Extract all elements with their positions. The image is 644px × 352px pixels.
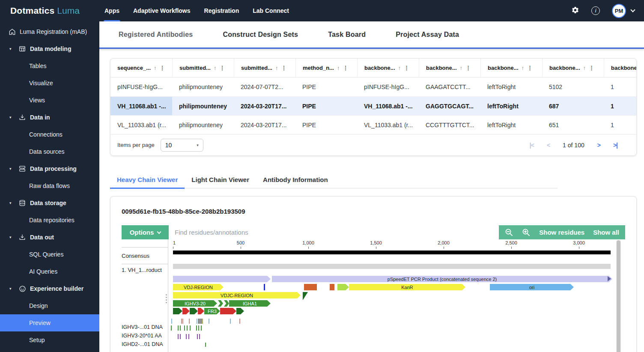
options-button[interactable]: Options [122,225,169,239]
annotation-vdj-region[interactable]: VDJ-REGION [173,284,224,290]
annotation-flag[interactable] [303,292,308,300]
sidebar-item-data-in[interactable]: ▾Data in [0,109,99,126]
annotation-arrow[interactable] [173,308,182,314]
column-menu-icon[interactable]: ⋮ [589,65,594,71]
column-menu-icon[interactable]: ⋮ [527,65,533,71]
sidebar-item-visualize[interactable]: Visualize [0,75,99,92]
column-menu-icon[interactable]: ⋮ [281,65,286,71]
expand-caret-icon[interactable]: ▾ [9,115,14,119]
top-nav-adaptive-workflows[interactable]: Adaptive Workflows [128,0,196,21]
find-residues-input[interactable] [169,225,499,239]
ruler-tick [241,247,241,249]
expand-caret-icon[interactable]: ▾ [9,47,14,51]
top-nav-lab-connect[interactable]: Lab Connect [247,0,294,21]
column-menu-icon[interactable]: ⋮ [465,65,471,71]
sort-arrow-icon[interactable]: ↑ [583,65,586,71]
table-row[interactable]: pINFUSE-hIgG...philipmounteney2024-07-07… [110,78,636,96]
annotation-rect[interactable] [304,284,317,290]
sidebar-item-data-modeling[interactable]: ▾Data modeling [0,40,99,57]
viewer-scrollbar[interactable] [616,240,621,352]
tab-registered-antibodies[interactable]: Registered Antibodies [119,31,193,39]
table-footer: Items per page 10 ▾ |< < 1 of 100 > >| [110,134,636,155]
sidebar-item-ai-queries[interactable]: AI Queries [0,263,99,280]
items-per-page-select[interactable]: 10 ▾ [161,139,203,152]
annotation-arrow[interactable] [198,308,204,314]
annotation-arrow[interactable] [182,308,190,314]
column-menu-icon[interactable]: ⋮ [404,65,409,71]
sort-arrow-icon[interactable]: ↑ [460,65,463,71]
annotation-ighv3-20[interactable]: IGHV3-20 [173,300,217,307]
tab-project-assay-data[interactable]: Project Assay Data [396,31,459,39]
annotation-arrow[interactable] [220,308,236,314]
table-cell: 2024-07-07T2... [234,78,295,96]
prev-page-button[interactable]: < [547,142,550,149]
annotation-pspeedet-pcr-product-concatenated-sequence-2-[interactable]: pSpeedET PCR Product (concatenated seque… [272,276,612,282]
avatar[interactable]: PM [612,4,626,18]
tab-construct-design-sets[interactable]: Construct Design Sets [223,31,298,39]
annotation-chev[interactable] [218,300,223,307]
last-page-button[interactable]: >| [613,142,617,149]
sidebar-item-data-processing[interactable]: ▾Data processing [0,160,99,177]
annotation-vdjc-region[interactable]: VDJC-REGION [173,292,301,298]
column-menu-icon[interactable]: ⋮ [219,65,225,71]
tab-light-chain-viewer[interactable]: Light Chain Viewer [185,172,256,189]
annotation-fr3[interactable]: FR3 [204,308,220,314]
annotation-arrow[interactable] [173,276,271,282]
column-menu-icon[interactable]: ⋮ [160,65,165,71]
sidebar-item-design[interactable]: Design [0,297,99,314]
sort-arrow-icon[interactable]: ↑ [214,65,217,71]
sidebar-item-experience-builder[interactable]: ▾Experience builder [0,280,99,297]
expand-caret-icon[interactable]: ▾ [9,286,14,291]
tab-task-board[interactable]: Task Board [328,31,366,39]
regions-track: FR3 [169,308,616,314]
sort-arrow-icon[interactable]: ↑ [522,65,525,71]
annotation-igha1[interactable]: IGHA1 [229,300,271,307]
sort-arrow-icon[interactable]: ↑ [398,65,401,71]
sidebar-item-data-out[interactable]: ▾Data out [0,229,99,246]
sidebar-item-connections[interactable]: Connections [0,126,99,143]
tab-heavy-chain-viewer[interactable]: Heavy Chain Viewer [110,172,185,189]
sequence-track-area[interactable]: 15001,0001,5002,0002,5003,000pSpeedET PC… [169,239,626,352]
first-page-button[interactable]: |< [530,142,534,149]
info-icon[interactable]: i [591,6,600,15]
panel-drag-handle[interactable] [166,294,167,303]
annotation-arrow[interactable] [337,284,349,290]
show-all-button[interactable]: Show all [593,229,619,236]
sidebar-item-sql-queries[interactable]: SQL Queries [0,246,99,263]
expand-caret-icon[interactable]: ▾ [9,235,14,239]
annotation-tick[interactable] [264,284,265,290]
annotation-arrow[interactable] [190,308,198,314]
sidebar-item-setup[interactable]: Setup [0,331,99,349]
sidebar-item-luma-registration-mab-[interactable]: Luma Registration (mAB) [0,23,99,40]
user-menu[interactable]: PM [612,4,635,18]
sort-arrow-icon[interactable]: ↑ [337,65,340,71]
sidebar-item-views[interactable]: Views [0,92,99,109]
sort-arrow-icon[interactable]: ↑ [154,65,157,71]
viewer-scrollbar-thumb[interactable] [617,240,620,352]
top-nav-registration[interactable]: Registration [199,0,244,21]
sidebar-item-preview[interactable]: Preview [0,314,99,331]
annotation-rect[interactable] [330,284,334,290]
sidebar-item-data-repositories[interactable]: Data repositories [0,212,99,229]
sidebar-item-data-storage[interactable]: ▾Data storage [0,194,99,212]
table-row[interactable]: VL_11033.ab1 (r...philipmounteney2024-03… [110,115,636,134]
zoom-in-icon[interactable] [522,228,531,237]
sidebar-item-raw-data-flows[interactable]: Raw data flows [0,177,99,194]
expand-caret-icon[interactable]: ▾ [9,167,14,171]
expand-caret-icon[interactable]: ▾ [9,201,14,205]
sidebar-item-data-sources[interactable]: Data sources [0,143,99,160]
next-page-button[interactable]: > [597,142,600,149]
tab-antibody-information[interactable]: Antibody Information [256,172,335,189]
zoom-out-icon[interactable] [505,228,513,237]
top-nav-apps[interactable]: Apps [99,0,125,21]
table-row[interactable]: VH_11068.ab1 -...philipmounteney2024-03-… [110,96,636,115]
sort-arrow-icon[interactable]: ↑ [275,65,278,71]
annotation-chev[interactable] [224,300,229,307]
settings-gear-icon[interactable] [571,6,579,16]
show-residues-button[interactable]: Show residues [539,229,584,236]
annotation-ori[interactable]: ori [490,284,574,290]
sidebar-item-tables[interactable]: Tables [0,57,99,75]
annotation-kanr[interactable]: KanR [349,284,465,290]
annotation-arrow[interactable] [236,308,244,314]
column-menu-icon[interactable]: ⋮ [343,65,348,71]
